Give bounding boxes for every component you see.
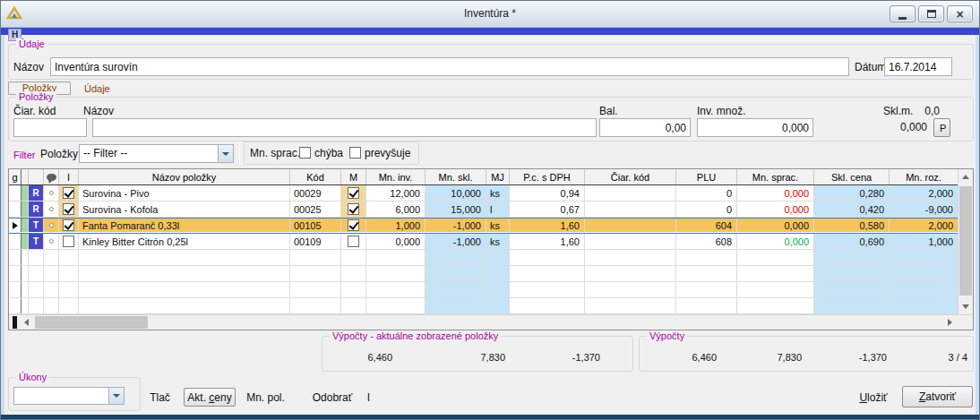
splitter-handle[interactable] <box>13 316 17 329</box>
row-m-checkbox[interactable] <box>348 187 359 199</box>
scroll-right-button[interactable] <box>942 315 958 330</box>
horizontal-scrollbar[interactable] <box>9 315 958 330</box>
inv-mnoz-input[interactable] <box>697 118 813 137</box>
filter-separator <box>239 142 240 165</box>
column-header-g[interactable]: g <box>9 169 21 184</box>
summary-current-label: Výpočty - aktuálne zobrazené položky <box>330 330 501 341</box>
column-header-green[interactable] <box>21 169 29 184</box>
table-row[interactable]: RSurovina - Kofola000256,00015,000l0,670… <box>9 201 958 218</box>
column-header-plu[interactable]: PLU <box>676 169 737 184</box>
sklm-total-value: 0,0 <box>915 105 940 117</box>
scroll-left-button[interactable] <box>19 315 34 330</box>
arrow-down-icon <box>962 304 969 309</box>
table-row-empty <box>9 266 958 282</box>
column-header-mn_inv[interactable]: Mn. inv. <box>366 169 426 184</box>
minimize-button[interactable] <box>890 5 916 22</box>
filter-select-value: -- Filter -- <box>80 145 218 162</box>
column-header-mn_roz[interactable]: Mn. roz. <box>890 169 958 184</box>
bal-label: Bal. <box>599 105 618 117</box>
summary-current-value-1: 6,460 <box>328 352 392 363</box>
polozky-nazov-input[interactable] <box>92 118 597 137</box>
udaje-group-label: Údaje <box>16 39 47 49</box>
i-button[interactable]: I <box>362 390 375 405</box>
current-row-indicator <box>13 222 18 229</box>
ulozit-button[interactable]: Uložiť <box>850 390 897 405</box>
table-row[interactable]: RSurovina - Pivo0002912,00010,000ks0,940… <box>9 185 958 201</box>
column-header-mn_sprac[interactable]: Mn. sprac. <box>737 169 814 184</box>
inv-mnoz-label: Inv. množ. <box>697 105 745 117</box>
column-header-balloon[interactable] <box>44 169 59 184</box>
vertical-scrollbar[interactable] <box>958 169 973 314</box>
column-header-nazov[interactable]: Názov položky <box>79 169 290 184</box>
close-button[interactable]: × <box>947 5 973 22</box>
column-header-mj[interactable]: MJ <box>486 169 510 184</box>
prevysuje-checkbox[interactable] <box>349 147 361 159</box>
mn-pol-button[interactable]: Mn. pol. <box>241 390 290 405</box>
window-controls: × <box>887 5 973 22</box>
note-dot-icon <box>49 239 54 244</box>
table-header-row: gINázov položkyKódMMn. inv.Mn. skl.MJP.c… <box>9 169 958 185</box>
sklm-label: Skl.m. <box>883 105 913 117</box>
window-frame-bottom <box>1 415 979 420</box>
datum-input[interactable] <box>884 57 952 76</box>
table-body: RSurovina - Pivo0002912,00010,000ks0,940… <box>9 185 958 314</box>
ciar-kod-label: Čiar. kód <box>13 105 56 117</box>
row-m-checkbox[interactable] <box>348 236 359 247</box>
row-include-checkbox[interactable] <box>63 203 74 215</box>
column-header-ciar_kod[interactable]: Čiar. kód <box>585 169 676 184</box>
items-table: gINázov položkyKódMMn. inv.Mn. skl.MJP.c… <box>8 168 974 330</box>
ciar-kod-input[interactable] <box>13 118 87 137</box>
tlac-button[interactable]: Tlač <box>135 390 185 405</box>
table-row[interactable]: TFanta Pomaranč 0,33l001051,000-1,000ks1… <box>9 218 958 234</box>
maximize-button[interactable] <box>918 5 944 22</box>
ukony-select[interactable] <box>13 387 125 405</box>
bal-input[interactable] <box>599 118 691 137</box>
sklm-value: 0,000 <box>852 121 927 133</box>
nazov-input[interactable] <box>50 57 849 76</box>
accent-bar <box>1 28 979 35</box>
row-m-checkbox[interactable] <box>348 219 359 231</box>
prevysuje-label: prevyšuje <box>365 147 410 159</box>
arrow-up-icon <box>962 175 969 179</box>
odobrat-button[interactable]: Odobrať <box>305 390 359 405</box>
tab-udaje[interactable]: Údaje <box>84 83 110 94</box>
row-include-checkbox[interactable] <box>63 219 74 231</box>
row-include-checkbox[interactable] <box>63 187 74 199</box>
datum-label: Dátum <box>855 61 886 73</box>
arrow-left-icon <box>24 319 29 326</box>
summary-current-value-2: 7,830 <box>392 352 505 363</box>
ukony-select-value <box>14 388 108 404</box>
p-button[interactable]: P <box>933 118 950 137</box>
row-include-checkbox[interactable] <box>63 236 74 247</box>
horizontal-scroll-thumb[interactable] <box>35 316 148 329</box>
column-header-kod[interactable]: Kód <box>290 169 341 184</box>
column-header-pc_s_dph[interactable]: P.c. s DPH <box>510 169 585 184</box>
zatvorit-button[interactable]: Zatvoriť <box>902 386 973 407</box>
close-icon: × <box>956 8 963 21</box>
column-header-m[interactable]: M <box>341 169 366 184</box>
polozky-nazov-label: Názov <box>83 105 114 117</box>
column-header-i[interactable]: I <box>59 169 79 184</box>
chevron-down-icon[interactable] <box>108 388 124 404</box>
table-row-empty <box>9 250 958 266</box>
row-type-badge: R <box>29 185 44 201</box>
column-header-mn_skl[interactable]: Mn. skl. <box>426 169 486 184</box>
chyba-label: chýba <box>314 147 343 159</box>
scroll-up-button[interactable] <box>959 169 973 184</box>
filter-polozky-label: Položky <box>40 148 78 160</box>
akt-ceny-button[interactable]: Akt. ceny <box>184 388 236 407</box>
table-row[interactable]: TKinley Bitter Citrón 0,25l001090,000-1,… <box>9 234 958 250</box>
summary-total-groupbox: Výpočty 6,460 7,830 -1,370 3 / 4 <box>639 336 974 372</box>
column-header-badge[interactable] <box>29 169 44 184</box>
column-header-skl_cena[interactable]: Skl. cena <box>814 169 890 184</box>
row-m-checkbox[interactable] <box>348 203 359 215</box>
titlebar: Inventúra * × <box>1 1 979 28</box>
row-type-badge: T <box>29 219 44 232</box>
filter-label: Filter <box>13 150 35 160</box>
vertical-scroll-thumb[interactable] <box>959 186 972 296</box>
filter-select[interactable]: -- Filter -- <box>79 144 234 163</box>
comment-balloon-icon <box>47 174 56 181</box>
chevron-down-icon[interactable] <box>218 145 233 162</box>
chyba-checkbox[interactable] <box>299 147 311 159</box>
scroll-down-button[interactable] <box>959 299 973 314</box>
